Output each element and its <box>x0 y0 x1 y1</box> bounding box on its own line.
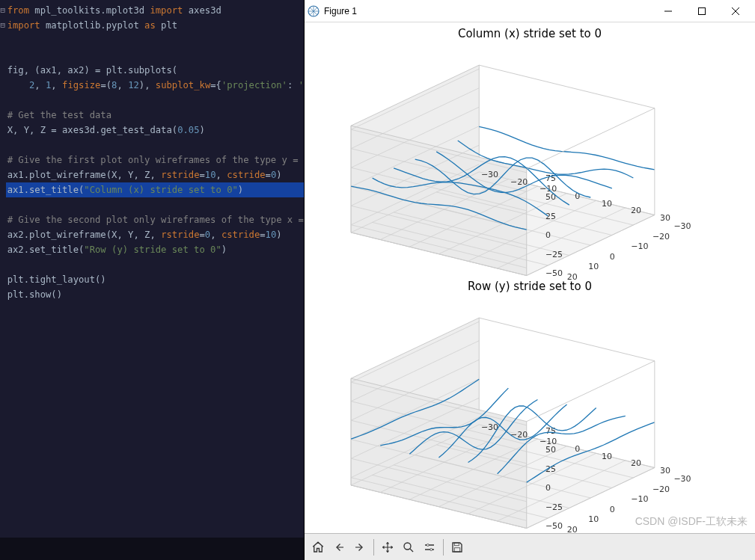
svg-text:−20: −20 <box>652 484 670 494</box>
svg-text:0: 0 <box>575 444 580 454</box>
code-body[interactable]: from mpl_toolkits.mplot3d import axes3di… <box>6 3 304 538</box>
plot1-title: Column (x) stride set to 0 <box>305 27 755 40</box>
zoom-button[interactable] <box>399 538 418 557</box>
back-button[interactable] <box>329 538 349 557</box>
svg-text:10: 10 <box>602 452 612 461</box>
svg-text:50: 50 <box>545 445 556 455</box>
window-title: Figure 1 <box>324 6 357 16</box>
svg-text:20: 20 <box>631 206 641 215</box>
svg-text:−20: −20 <box>510 177 528 187</box>
svg-text:−30: −30 <box>673 221 691 231</box>
svg-point-108 <box>430 548 432 550</box>
svg-text:10: 10 <box>588 514 599 524</box>
svg-marker-56 <box>351 378 527 528</box>
subplots-button[interactable] <box>420 538 439 557</box>
svg-text:20: 20 <box>567 525 578 535</box>
svg-text:0: 0 <box>610 252 615 262</box>
svg-text:75: 75 <box>545 173 556 183</box>
save-button[interactable] <box>447 538 467 557</box>
svg-text:20: 20 <box>631 458 641 468</box>
svg-text:25: 25 <box>545 212 556 221</box>
figure-window: Figure 1 Column (x) stride set to 0 −30−… <box>304 0 755 560</box>
svg-line-52 <box>479 65 655 108</box>
plot1-3d: −30−20−100102030−30−20−100102030−50−2502… <box>327 43 731 283</box>
svg-text:−50: −50 <box>545 268 563 278</box>
svg-text:0: 0 <box>545 483 551 493</box>
forward-button[interactable] <box>350 538 370 557</box>
svg-marker-4 <box>351 126 527 275</box>
svg-text:−50: −50 <box>545 521 563 531</box>
svg-text:75: 75 <box>545 426 556 436</box>
svg-text:30: 30 <box>545 535 556 535</box>
pan-button[interactable] <box>378 538 397 557</box>
svg-text:−25: −25 <box>545 502 563 512</box>
maximize-button[interactable] <box>685 0 718 22</box>
svg-line-53 <box>527 108 655 169</box>
matplotlib-icon <box>308 5 320 17</box>
svg-point-107 <box>427 544 429 546</box>
titlebar[interactable]: Figure 1 <box>305 0 755 22</box>
plot2-3d: −30−20−100102030−30−20−100102030−50−2502… <box>327 296 731 535</box>
svg-text:−20: −20 <box>652 232 670 241</box>
code-editor-panel: ⊟⊟ from mpl_toolkits.mplot3d import axes… <box>0 0 304 560</box>
svg-text:30: 30 <box>660 466 670 476</box>
mpl-toolbar <box>305 533 755 560</box>
svg-text:0: 0 <box>610 505 615 514</box>
editor-footer <box>0 538 304 560</box>
minimize-button[interactable] <box>651 0 685 22</box>
svg-text:−25: −25 <box>545 250 563 259</box>
svg-text:−30: −30 <box>481 170 498 179</box>
svg-text:−10: −10 <box>631 494 648 504</box>
svg-line-104 <box>479 318 655 361</box>
code-area[interactable]: ⊟⊟ from mpl_toolkits.mplot3d import axes… <box>0 0 304 538</box>
svg-text:−30: −30 <box>673 474 691 484</box>
gutter: ⊟⊟ <box>0 3 6 538</box>
svg-text:10: 10 <box>588 262 599 271</box>
svg-text:10: 10 <box>602 199 612 209</box>
svg-rect-1 <box>698 7 705 14</box>
svg-text:0: 0 <box>545 230 551 240</box>
svg-text:30: 30 <box>660 213 670 223</box>
plot2-title: Row (y) stride set to 0 <box>305 280 755 293</box>
close-button[interactable] <box>718 0 752 22</box>
home-button[interactable] <box>308 538 328 557</box>
svg-text:−10: −10 <box>631 241 648 251</box>
figure-canvas[interactable]: Column (x) stride set to 0 −30−20−100102… <box>305 22 755 533</box>
svg-text:−20: −20 <box>510 430 528 440</box>
svg-point-106 <box>404 543 411 550</box>
svg-rect-110 <box>454 547 460 551</box>
